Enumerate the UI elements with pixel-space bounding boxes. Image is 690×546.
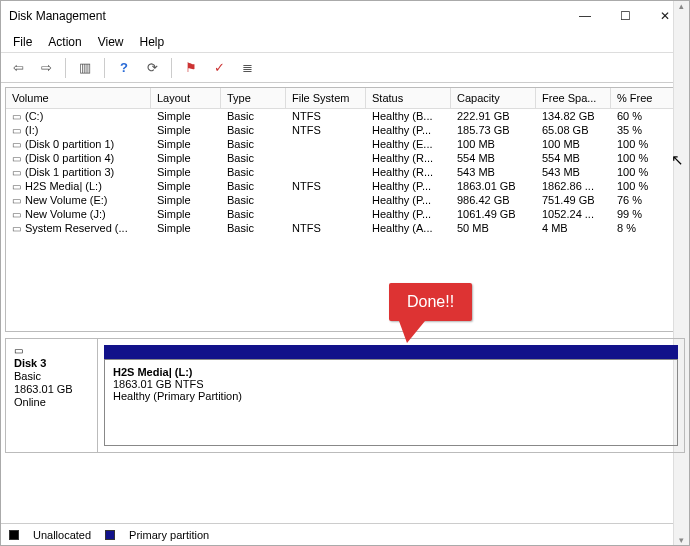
cell-fs [286,207,366,221]
maximize-button[interactable]: ☐ [605,2,645,30]
menu-file[interactable]: File [5,33,40,51]
col-volume[interactable]: Volume [6,88,151,108]
volume-list: Volume Layout Type File System Status Ca… [5,87,685,332]
content-area: Volume Layout Type File System Status Ca… [1,83,689,523]
volume-icon: ▭ [12,223,21,234]
table-row[interactable]: ▭H2S Media| (L:)SimpleBasicNTFSHealthy (… [6,179,684,193]
forward-icon[interactable]: ⇨ [35,57,57,79]
volume-name: (Disk 1 partition 3) [25,166,114,178]
cell-status: Healthy (B... [366,109,451,123]
table-row[interactable]: ▭New Volume (E:)SimpleBasicHealthy (P...… [6,193,684,207]
cell-fs [286,151,366,165]
table-row[interactable]: ▭(Disk 1 partition 3)SimpleBasicHealthy … [6,165,684,179]
refresh-icon[interactable]: ⟳ [141,57,163,79]
cell-layout: Simple [151,193,221,207]
cell-free: 554 MB [536,151,611,165]
col-status[interactable]: Status [366,88,451,108]
cell-capacity: 543 MB [451,165,536,179]
col-freespace[interactable]: Free Spa... [536,88,611,108]
disk-label-panel[interactable]: ▭ Disk 3 Basic 1863.01 GB Online [6,339,98,452]
minimize-button[interactable]: — [565,2,605,30]
volume-icon: ▭ [12,167,21,178]
volume-icon: ▭ [12,209,21,220]
settings-icon[interactable]: ⚑ [180,57,202,79]
partition-desc: 1863.01 GB NTFS [113,378,204,390]
cell-free: 134.82 GB [536,109,611,123]
cell-status: Healthy (P... [366,193,451,207]
done-callout: Done!! [389,283,472,343]
cell-fs: NTFS [286,109,366,123]
menu-view[interactable]: View [90,33,132,51]
volume-name: (I:) [25,124,38,136]
menu-help[interactable]: Help [132,33,173,51]
disk-type: Basic [14,370,89,382]
partition-box[interactable]: H2S Media| (L:) 1863.01 GB NTFS Healthy … [104,359,678,446]
cell-layout: Simple [151,207,221,221]
volume-name: (Disk 0 partition 4) [25,152,114,164]
volume-icon: ▭ [12,195,21,206]
partition-name: H2S Media| (L:) [113,366,192,378]
show-hide-tree-icon[interactable]: ▥ [74,57,96,79]
menubar: File Action View Help [1,31,689,53]
cell-pct: 60 % [611,109,681,123]
disk-name: Disk 3 [14,357,89,369]
cell-free: 100 MB [536,137,611,151]
diskmgmt-window: Disk Management — ☐ ✕ File Action View H… [0,0,690,546]
col-capacity[interactable]: Capacity [451,88,536,108]
back-icon[interactable]: ⇦ [7,57,29,79]
table-row[interactable]: ▭System Reserved (...SimpleBasicNTFSHeal… [6,221,684,235]
partition-color-bar [104,345,678,359]
check-icon[interactable]: ✓ [208,57,230,79]
cell-type: Basic [221,165,286,179]
cell-fs: NTFS [286,221,366,235]
cell-status: Healthy (P... [366,207,451,221]
cell-status: Healthy (P... [366,123,451,137]
cell-layout: Simple [151,221,221,235]
table-row[interactable]: ▭(I:)SimpleBasicNTFSHealthy (P...185.73 … [6,123,684,137]
cell-free: 4 MB [536,221,611,235]
cell-fs [286,165,366,179]
col-filesystem[interactable]: File System [286,88,366,108]
table-row[interactable]: ▭(Disk 0 partition 4)SimpleBasicHealthy … [6,151,684,165]
cell-type: Basic [221,123,286,137]
cell-layout: Simple [151,179,221,193]
legend-unallocated: Unallocated [33,529,91,541]
toolbar-separator [171,58,172,78]
cell-layout: Simple [151,123,221,137]
volume-rows: ▴▾ ▭(C:)SimpleBasicNTFSHealthy (B...222.… [6,109,684,331]
menu-action[interactable]: Action [40,33,89,51]
cell-capacity: 1863.01 GB [451,179,536,193]
cell-fs [286,193,366,207]
col-layout[interactable]: Layout [151,88,221,108]
volume-name: System Reserved (... [25,222,128,234]
help-icon[interactable]: ? [113,57,135,79]
col-pctfree[interactable]: % Free [611,88,681,108]
volume-name: (Disk 0 partition 1) [25,138,114,150]
list-icon[interactable]: ≣ [236,57,258,79]
table-row[interactable]: ▭(Disk 0 partition 1)SimpleBasicHealthy … [6,137,684,151]
volume-name: New Volume (E:) [25,194,108,206]
cell-status: Healthy (R... [366,151,451,165]
cell-capacity: 100 MB [451,137,536,151]
cell-fs: NTFS [286,179,366,193]
cell-fs: NTFS [286,123,366,137]
toolbar-separator [65,58,66,78]
volume-icon: ▭ [12,111,21,122]
graphical-view-empty [5,459,685,519]
callout-tail-icon [399,321,425,343]
table-row[interactable]: ▭New Volume (J:)SimpleBasicHealthy (P...… [6,207,684,221]
scrollbar[interactable]: ▴▾ [673,109,684,331]
table-row[interactable]: ▭(C:)SimpleBasicNTFSHealthy (B...222.91 … [6,109,684,123]
cell-status: Healthy (E... [366,137,451,151]
volume-icon: ▭ [12,181,21,192]
cell-layout: Simple [151,165,221,179]
col-type[interactable]: Type [221,88,286,108]
cursor-icon: ↖ [671,151,684,169]
cell-capacity: 986.42 GB [451,193,536,207]
cell-type: Basic [221,137,286,151]
volume-icon: ▭ [12,139,21,150]
cell-layout: Simple [151,137,221,151]
disk-state: Online [14,396,89,408]
cell-free: 1862.86 ... [536,179,611,193]
cell-capacity: 1061.49 GB [451,207,536,221]
